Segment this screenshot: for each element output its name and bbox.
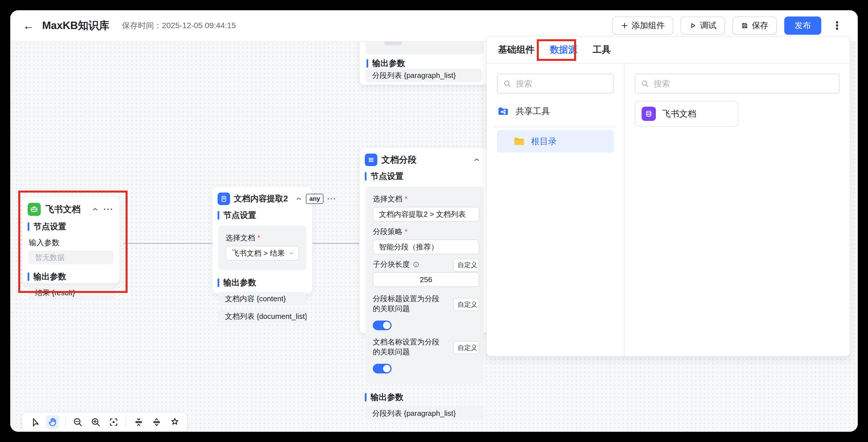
component-panel: 基础组件 数据源 工具 共享: [487, 36, 850, 356]
doc-split-icon: [365, 154, 377, 166]
panel-tabbar: 基础组件 数据源 工具: [487, 37, 850, 63]
debug-button[interactable]: 调试: [681, 16, 725, 35]
search-icon: [503, 80, 511, 88]
node-title: 文档分段: [381, 154, 416, 166]
datasource-search[interactable]: [497, 74, 614, 94]
plus-icon: [621, 22, 628, 29]
output-param: 文档列表 {document_list}: [218, 309, 306, 323]
datasource-item-feishu[interactable]: 飞书文档: [635, 101, 738, 127]
required-star: *: [257, 234, 260, 242]
section-bar: [365, 393, 367, 402]
collapse-chevron-icon[interactable]: [91, 206, 99, 213]
page-title: MaxKB知识库: [42, 19, 110, 33]
required-star: *: [405, 195, 407, 203]
extract-form-section: 选择文档* 飞书文档 > 结果: [218, 226, 306, 270]
toggle2-label: 文档名称设置为分段的关联问题: [365, 332, 453, 359]
hand-pan-tool[interactable]: [46, 415, 60, 429]
panel-left-column: 共享工具 根目录: [487, 63, 624, 356]
doc-extract-icon: [218, 193, 230, 205]
root-directory-row[interactable]: 根目录: [497, 130, 614, 153]
shared-tools-row[interactable]: 共享工具: [497, 103, 614, 119]
select-doc-dropdown[interactable]: 文档内容提取2 > 文档列表: [373, 207, 479, 222]
item-search[interactable]: [635, 74, 839, 94]
section-bar: [28, 272, 29, 281]
output-param: 分段列表 {paragraph_list}: [365, 406, 483, 420]
section-bar: [218, 211, 219, 219]
edge-feishu-extract: [124, 243, 212, 244]
node-doc-split[interactable]: 文档分段 节点设置 选择文档* 文档内容提取2 > 文档列表 分段策略*: [360, 148, 488, 333]
select-pointer-tool[interactable]: [28, 415, 41, 429]
node-menu-icon[interactable]: ···: [103, 204, 114, 214]
split-form-section: 选择文档* 文档内容提取2 > 文档列表 分段策略* 智能分段（推荐） 子分块长…: [365, 186, 483, 384]
more-menu-icon[interactable]: ⋮: [829, 19, 845, 32]
node-title: 文档内容提取2: [234, 193, 288, 204]
output-param: 结果 {result}: [28, 286, 114, 300]
node-menu-icon[interactable]: ···: [327, 195, 336, 203]
zoom-out-tool[interactable]: [71, 415, 85, 429]
node-feishu-doc[interactable]: 飞书文档 ··· 节点设置 输入参数 暂无数据 输出参数 结果 {result}: [22, 197, 120, 283]
publish-button[interactable]: 发布: [784, 16, 821, 35]
fit-view-tool[interactable]: [107, 415, 120, 429]
toggle1-label: 分段标题设置为分段的关联问题: [365, 287, 453, 316]
settings-section-label: 节点设置: [212, 207, 312, 223]
info-icon: [413, 261, 420, 268]
datasource-item-label: 飞书文档: [662, 108, 696, 120]
strategy-label: 分段策略*: [365, 222, 483, 239]
divider: [126, 417, 126, 428]
shared-tools-label: 共享工具: [516, 105, 550, 117]
section-bar: [28, 223, 29, 231]
divider: [65, 417, 65, 428]
output-param: 分段列表 {paragraph_list}: [365, 69, 482, 82]
section-bar: [218, 278, 219, 287]
tab-datasource[interactable]: 数据源: [550, 43, 577, 56]
tab-tools[interactable]: 工具: [593, 43, 611, 56]
toggle1-switch-on[interactable]: [373, 320, 392, 330]
toggle2-switch-on[interactable]: [373, 364, 392, 373]
select-doc-dropdown[interactable]: 飞书文档 > 结果: [225, 246, 299, 261]
output-section-label: 输出参数: [360, 389, 487, 405]
divider: [494, 127, 617, 127]
search-input[interactable]: [515, 79, 608, 89]
custom-badge[interactable]: 自定义: [453, 341, 479, 354]
search-input[interactable]: [653, 79, 833, 89]
strategy-dropdown[interactable]: 智能分段（推荐）: [373, 239, 479, 254]
input-params-label: 输入参数: [23, 235, 119, 249]
node-doc-extract[interactable]: 文档内容提取2 any ··· 节点设置 选择文档* 飞书文档 > 结果: [212, 186, 312, 294]
select-doc-label: 选择文档*: [365, 189, 483, 206]
collapse-chevron-icon[interactable]: [295, 195, 302, 202]
canvas-toolbar: [22, 412, 187, 432]
feishu-tool-icon: [28, 203, 41, 216]
shared-folder-icon: [497, 105, 509, 117]
add-component-button[interactable]: 添加组件: [612, 16, 673, 35]
collapse-chevron-icon[interactable]: [473, 156, 480, 164]
folder-icon: [513, 135, 525, 148]
settings-section-label: 节点设置: [23, 219, 119, 235]
partial-toggle[interactable]: [384, 41, 402, 45]
required-star: *: [405, 227, 407, 236]
custom-badge[interactable]: 自定义: [453, 298, 479, 311]
expand-vertical-tool[interactable]: [150, 415, 163, 429]
output-section-label: 输出参数: [212, 275, 312, 291]
beautify-layout-tool[interactable]: [168, 415, 181, 429]
select-doc-label: 选择文档*: [218, 228, 306, 245]
panel-right-column: 飞书文档: [624, 63, 850, 356]
back-arrow-icon[interactable]: ←: [23, 20, 34, 31]
node-partial-top[interactable]: 输出参数 分段列表 {paragraph_list}: [360, 41, 488, 85]
custom-badge[interactable]: 自定义: [453, 259, 479, 272]
zoom-in-tool[interactable]: [89, 415, 102, 429]
chevron-down-icon: [288, 250, 294, 256]
chunk-length-input[interactable]: 256: [373, 272, 479, 287]
search-icon: [641, 80, 649, 88]
edge-extract-split: [312, 243, 360, 244]
settings-section-label: 节点设置: [360, 168, 487, 184]
section-bar: [365, 172, 367, 181]
save-time-text: 保存时间：2025-12-05 09:44:15: [122, 20, 236, 31]
input-empty-box: 暂无数据: [28, 250, 114, 264]
save-button[interactable]: 保存: [733, 16, 777, 35]
output-section-label: 输出参数: [23, 269, 119, 285]
any-type-badge[interactable]: any: [306, 194, 323, 204]
app-window: 输出参数 分段列表 {paragraph_list} 飞书文档: [10, 10, 858, 432]
compress-vertical-tool[interactable]: [132, 415, 146, 429]
tab-basic-components[interactable]: 基础组件: [498, 43, 534, 56]
save-icon: [741, 22, 748, 29]
